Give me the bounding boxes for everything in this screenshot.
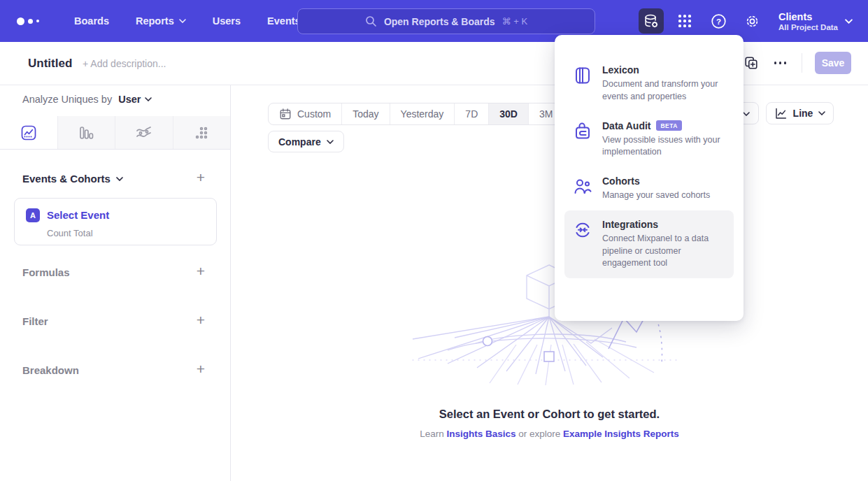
tab-bar-chart[interactable] xyxy=(58,116,116,149)
grid-icon xyxy=(678,15,692,28)
search-placeholder: Open Reports & Boards xyxy=(384,16,495,27)
duplicate-icon[interactable] xyxy=(744,55,759,71)
count-total-label[interactable]: Count Total xyxy=(47,228,93,238)
subtitle-text: or explore xyxy=(518,429,560,439)
select-event-label[interactable]: Select Event xyxy=(47,209,109,221)
breakdown-label: Breakdown xyxy=(22,364,79,376)
event-letter-badge: A xyxy=(26,208,40,222)
tab-flow-chart[interactable] xyxy=(115,116,173,149)
calendar-icon xyxy=(279,108,292,120)
nav-item-events[interactable]: Events xyxy=(267,15,301,27)
svg-text:?: ? xyxy=(716,17,720,25)
nav-label: Events xyxy=(267,15,301,27)
empty-state-subtitle: Learn Insights Basics or explore Example… xyxy=(231,429,868,439)
divider xyxy=(802,53,802,73)
question-circle-icon: ? xyxy=(711,13,727,29)
chevron-down-icon xyxy=(145,97,152,101)
chevron-down-icon xyxy=(845,19,853,24)
compare-label: Compare xyxy=(278,136,321,148)
line-chart-icon xyxy=(774,107,788,120)
chevron-down-icon xyxy=(743,112,750,116)
date-range-label: 7D xyxy=(465,108,478,120)
report-canvas: Custom Today Yesterday 7D 30D 3M 6M Comp… xyxy=(231,85,868,481)
chevron-down-icon xyxy=(116,177,123,181)
lexicon-book-icon xyxy=(573,66,592,85)
filter-label: Filter xyxy=(22,315,48,327)
data-management-button[interactable] xyxy=(639,8,664,34)
add-breakdown-button[interactable]: + xyxy=(194,364,207,376)
integrations-sync-icon xyxy=(573,220,592,240)
beta-badge: BETA xyxy=(656,120,682,131)
nav-label: Reports xyxy=(136,15,174,27)
mixpanel-logo-icon[interactable] xyxy=(17,17,49,25)
menu-item-cohorts[interactable]: Cohorts Manage your saved cohorts xyxy=(564,167,734,210)
search-shortcut: ⌘ + K xyxy=(502,16,528,27)
menu-item-description: Document and transform your events and p… xyxy=(602,78,727,103)
nav-label: Boards xyxy=(74,15,109,27)
more-options-button[interactable] xyxy=(771,59,790,67)
nav-label: Users xyxy=(213,15,241,27)
report-description-input[interactable]: + Add description... xyxy=(83,58,166,69)
menu-item-title: Cohorts xyxy=(602,175,640,187)
add-event-button[interactable]: + xyxy=(194,172,207,185)
date-range-label: Today xyxy=(353,108,378,120)
date-range-custom[interactable]: Custom xyxy=(269,103,342,124)
nav-item-boards[interactable]: Boards xyxy=(74,15,109,27)
save-button[interactable]: Save xyxy=(815,52,851,74)
analyze-by-value: User xyxy=(118,94,141,105)
nav-item-reports[interactable]: Reports xyxy=(136,15,186,27)
date-range-control: Custom Today Yesterday 7D 30D 3M 6M xyxy=(268,103,599,125)
chevron-down-icon xyxy=(327,140,334,144)
date-range-label: Yesterday xyxy=(401,108,444,120)
chart-style-dropdown[interactable]: Line xyxy=(766,102,834,124)
menu-item-title: Data Audit xyxy=(602,120,650,131)
project-title: Clients xyxy=(778,10,838,23)
date-range-7d[interactable]: 7D xyxy=(455,103,489,124)
empty-state-title: Select an Event or Cohort to get started… xyxy=(231,408,868,421)
menu-item-description: Manage your saved cohorts xyxy=(602,189,710,202)
example-reports-link[interactable]: Example Insights Reports xyxy=(563,429,679,439)
apps-grid-button[interactable] xyxy=(672,8,697,34)
chevron-down-icon xyxy=(179,19,186,23)
menu-item-lexicon[interactable]: Lexicon Document and transform your even… xyxy=(564,56,734,112)
chart-type-tabs xyxy=(0,116,230,150)
nav-item-users[interactable]: Users xyxy=(213,15,241,27)
date-range-label: Custom xyxy=(297,108,331,120)
date-range-label: 30D xyxy=(499,108,518,120)
compare-dropdown[interactable]: Compare xyxy=(268,131,344,152)
event-row[interactable]: A Select Event Count Total xyxy=(14,198,217,245)
help-button[interactable]: ? xyxy=(706,8,731,34)
events-cohorts-label: Events & Cohorts xyxy=(22,173,111,185)
date-range-label: 3M xyxy=(539,108,553,120)
project-switcher[interactable]: Clients All Project Data xyxy=(778,10,853,31)
global-search-input[interactable]: Open Reports & Boards ⌘ + K xyxy=(297,8,595,34)
report-title[interactable]: Untitled xyxy=(28,57,72,71)
analyze-by-dropdown[interactable]: User xyxy=(118,94,152,105)
formulas-label: Formulas xyxy=(22,266,70,278)
menu-item-title: Integrations xyxy=(602,219,658,230)
cohorts-people-icon xyxy=(573,177,592,196)
gear-icon xyxy=(744,13,760,29)
metrics-tab-icon xyxy=(193,124,210,141)
data-audit-icon xyxy=(573,122,592,141)
add-formula-button[interactable]: + xyxy=(194,266,207,278)
date-range-30d-selected[interactable]: 30D xyxy=(489,103,529,124)
tab-metrics[interactable] xyxy=(173,116,231,149)
date-range-today[interactable]: Today xyxy=(342,103,390,124)
events-cohorts-header[interactable]: Events & Cohorts xyxy=(22,173,123,185)
flow-tab-icon xyxy=(135,124,152,141)
menu-item-description: View possible issues with your implement… xyxy=(602,134,727,159)
menu-item-description: Connect Mixpanel to a data pipeline or c… xyxy=(602,233,727,270)
add-filter-button[interactable]: + xyxy=(194,315,207,327)
query-builder-sidebar: Analyze Uniques by User xyxy=(0,85,231,481)
data-management-menu: Lexicon Document and transform your even… xyxy=(555,35,744,321)
search-icon xyxy=(365,15,377,27)
date-range-yesterday[interactable]: Yesterday xyxy=(390,103,455,124)
insights-basics-link[interactable]: Insights Basics xyxy=(446,429,515,439)
line-chart-tab-icon xyxy=(20,124,37,141)
menu-item-integrations[interactable]: Integrations Connect Mixpanel to a data … xyxy=(564,210,734,278)
settings-button[interactable] xyxy=(739,8,764,34)
menu-item-data-audit[interactable]: Data Audit BETA View possible issues wit… xyxy=(564,112,734,168)
database-gear-icon xyxy=(643,13,660,29)
tab-insights-line[interactable] xyxy=(0,116,58,149)
